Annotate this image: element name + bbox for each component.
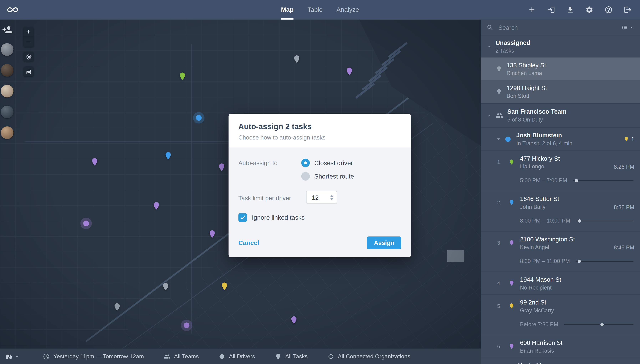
map-task-pin[interactable] (90, 156, 99, 168)
map-task-pin[interactable] (289, 314, 298, 326)
chevron-down-icon[interactable] (486, 43, 493, 50)
radio-shortest-route[interactable]: Shortest route (301, 172, 354, 181)
driver-row-josh-blumstein[interactable]: Josh Blumstein In Transit, 2 of 6, 4 min… (481, 127, 640, 150)
stepper-down-icon[interactable] (330, 198, 333, 200)
tab-analyze[interactable]: Analyze (337, 0, 359, 20)
help-button[interactable] (604, 6, 613, 14)
import-button[interactable] (547, 6, 555, 14)
scope-filter-button[interactable] (5, 352, 20, 360)
zoom-in-button[interactable] (24, 27, 34, 37)
driver-avatar[interactable] (1, 85, 14, 98)
map-task-pin[interactable] (164, 150, 173, 162)
map-task-pin[interactable] (292, 54, 301, 65)
driver-avatar[interactable] (1, 106, 14, 118)
radio-circle-icon[interactable] (301, 172, 310, 181)
zoom-out-button[interactable] (24, 37, 34, 47)
driver-task-row[interactable]: 2 1646 Sutter St John Baily 8:38 PM 8:00… (481, 191, 640, 231)
stepper-buttons[interactable] (330, 195, 337, 200)
download-button[interactable] (566, 6, 574, 14)
task-progress-track[interactable] (576, 261, 633, 262)
map-task-pin[interactable] (220, 280, 229, 292)
ignore-linked-checkbox[interactable] (238, 213, 247, 222)
map-task-pin[interactable] (178, 70, 187, 82)
traffic-button[interactable] (24, 66, 34, 76)
section-title: San Francisco Team (507, 108, 566, 115)
top-nav: MapTableAnalyze (0, 0, 640, 20)
chevron-down-icon (14, 353, 20, 359)
assign-button[interactable]: Assign (367, 236, 401, 249)
badge-count: 1 (631, 136, 634, 142)
driver-avatar[interactable] (1, 126, 14, 139)
task-recipient: John Baily (520, 203, 559, 210)
app-logo-icon[interactable] (6, 6, 19, 13)
radio-closest-driver[interactable]: Closest driver (301, 158, 354, 167)
task-limit-input[interactable]: 12 (306, 191, 337, 204)
plus-button[interactable] (528, 6, 536, 14)
list-view-toggle[interactable] (621, 24, 634, 31)
modal-header: Auto-assign 2 tasks Choose how to auto-a… (229, 114, 411, 148)
task-progress-knob[interactable] (575, 179, 578, 182)
cancel-button[interactable]: Cancel (238, 239, 259, 246)
chevron-down-icon[interactable] (495, 136, 502, 143)
gear-button[interactable] (585, 6, 593, 14)
task-time-window: Before 7:30 PM (520, 321, 558, 327)
driver-avatar[interactable] (1, 64, 14, 76)
team-icon (496, 112, 503, 119)
driver-row-cindy-cheung[interactable]: Cindy Cheung Offline, 0 of 4 (481, 358, 640, 364)
radio-circle-icon[interactable] (301, 158, 310, 167)
logout-button[interactable] (624, 6, 632, 14)
task-address: 99 2nd St (520, 298, 554, 306)
filter-label: All Teams (174, 353, 199, 360)
task-progress-track[interactable] (573, 180, 633, 181)
task-progress-track[interactable] (564, 324, 633, 325)
filter-yesterday-11pm-tomorrow-12am[interactable]: Yesterday 11pm — Tomorrow 12am (43, 353, 144, 360)
modal-body: Auto-assign to Closest driver Shortest r… (229, 148, 411, 232)
task-progress-knob[interactable] (578, 219, 581, 222)
map-task-pin[interactable] (152, 200, 161, 212)
filter-all-drivers[interactable]: All Drivers (218, 353, 255, 360)
driver-avatar[interactable] (1, 43, 14, 56)
task-recipient: Ben Stott (507, 92, 547, 100)
pin-icon (509, 239, 515, 246)
task-progress-track[interactable] (576, 220, 633, 221)
map-task-pin[interactable] (345, 66, 354, 77)
chevron-down-icon (628, 24, 634, 30)
task-address: 2100 Washington St (520, 235, 575, 243)
driver-task-row[interactable]: 5 99 2nd St Gray McCarty Before 7:30 PM (481, 294, 640, 335)
pin-icon (496, 88, 502, 95)
map-driver-dot[interactable] (196, 115, 201, 120)
locate-button[interactable] (24, 52, 34, 62)
tab-table[interactable]: Table (308, 0, 323, 20)
driver-task-row[interactable]: 4 1944 Mason St No Recipient (481, 272, 640, 294)
task-sequence-number: 3 (497, 240, 509, 246)
unassigned-task-row[interactable]: 133 Shipley St Rinchen Lama (481, 58, 640, 80)
map-controls (24, 27, 34, 76)
tab-map[interactable]: Map (281, 0, 294, 20)
pin-icon (509, 342, 515, 350)
map-task-pin[interactable] (113, 301, 122, 313)
map-task-pin[interactable] (217, 162, 226, 173)
map-driver-dot[interactable] (83, 220, 89, 226)
filter-all-tasks[interactable]: All Tasks (275, 353, 308, 360)
driver-task-row[interactable]: 6 600 Harrison St Brian Rekasis (481, 335, 640, 358)
plus-icon (26, 29, 31, 34)
search-input[interactable] (498, 24, 617, 31)
filter-all-connected-organizations[interactable]: All Connected Organizations (327, 353, 410, 360)
stepper-up-icon[interactable] (330, 195, 333, 197)
filter-all-teams[interactable]: All Teams (163, 353, 199, 360)
task-time-window: 5:00 PM – 7:00 PM (520, 177, 567, 183)
add-driver-button[interactable] (2, 24, 12, 35)
task-progress-knob[interactable] (577, 260, 581, 263)
map-task-pin[interactable] (161, 281, 170, 292)
driver-status-dot (505, 136, 511, 142)
driver-task-row[interactable]: 3 2100 Washington St Kevin Angel 8:45 PM… (481, 231, 640, 272)
map-driver-dot[interactable] (184, 322, 189, 328)
task-time-window: 8:30 PM – 11:00 PM (520, 258, 570, 264)
unassigned-task-row[interactable]: 1298 Haight St Ben Stott (481, 80, 640, 103)
driver-task-row[interactable]: 1 477 Hickory St Lia Longo 8:26 PM 5:00 … (481, 150, 640, 191)
task-progress-knob[interactable] (601, 323, 604, 326)
chevron-down-icon[interactable] (486, 112, 493, 119)
map-task-pin[interactable] (208, 228, 217, 240)
team-section-header[interactable]: San Francisco Team 5 of 8 On Duty (481, 103, 640, 127)
unassigned-section-header[interactable]: Unassigned 2 Tasks (481, 36, 640, 58)
